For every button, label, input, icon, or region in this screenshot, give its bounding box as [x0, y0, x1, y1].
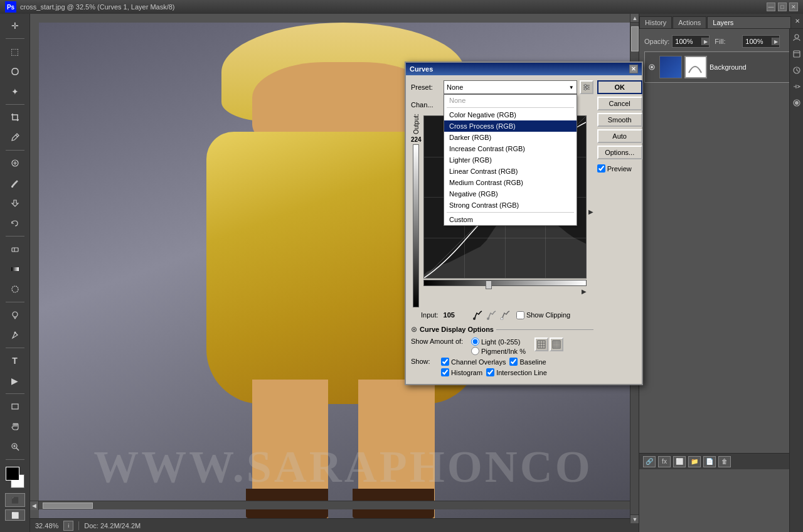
baseline-checkbox[interactable]	[509, 358, 518, 366]
clone-stamp-tool[interactable]	[3, 194, 27, 213]
color-swatches[interactable]	[3, 466, 27, 489]
scroll-left-btn[interactable]: ◀	[30, 501, 39, 510]
opacity-arrow[interactable]: ▶	[701, 38, 709, 45]
curves-close-btn[interactable]: ✕	[629, 65, 638, 73]
fill-input[interactable]: 100% ▶	[742, 35, 780, 48]
right-panel: History Actions Layers ✕ Opacity: 100% ▶…	[639, 14, 803, 532]
panel-close-btn[interactable]: ✕	[792, 15, 803, 26]
dropdown-item-none[interactable]: None	[444, 95, 577, 106]
crop-tool[interactable]	[3, 108, 27, 127]
output-gradient-bar	[413, 144, 419, 307]
auto-button[interactable]: Auto	[597, 129, 642, 143]
svg-point-22	[473, 317, 476, 320]
light-radio[interactable]	[471, 338, 479, 346]
path-select-tool[interactable]: ▶	[3, 371, 27, 390]
intersection-checkbox[interactable]	[486, 368, 494, 376]
maximize-button[interactable]: □	[778, 3, 787, 11]
zoom-tool[interactable]	[3, 437, 27, 456]
tab-actions[interactable]: Actions	[673, 16, 706, 28]
eraser-tool[interactable]	[3, 240, 27, 258]
dropdown-item-color-negative[interactable]: Color Negative (RGB)	[444, 109, 577, 120]
zoom-info-btn[interactable]: i	[63, 521, 73, 531]
show-clipping-checkbox[interactable]	[516, 311, 524, 319]
hand-tool[interactable]	[3, 417, 27, 436]
close-button[interactable]: ✕	[789, 3, 798, 11]
pigment-radio[interactable]	[471, 347, 479, 355]
brush-tool[interactable]	[3, 174, 27, 193]
preset-select[interactable]: None ▼	[444, 80, 577, 94]
move-tool[interactable]: ✛	[3, 16, 27, 35]
cancel-button[interactable]: Cancel	[597, 97, 642, 110]
add-style-btn[interactable]: fx	[658, 456, 671, 467]
history-brush-tool[interactable]	[3, 214, 27, 233]
white-point-eyedropper[interactable]	[500, 309, 511, 321]
output-label: Output:	[413, 115, 420, 134]
add-mask-btn[interactable]: ⬜	[673, 456, 686, 467]
rectangle-tool[interactable]	[3, 397, 27, 416]
horizontal-scrollbar[interactable]: ◀ ▶	[30, 501, 652, 509]
dropdown-item-lighter[interactable]: Lighter (RGB)	[444, 154, 577, 166]
lasso-tool[interactable]	[3, 62, 27, 81]
dropdown-item-strong-contrast[interactable]: Strong Contrast (RGB)	[444, 200, 577, 211]
new-group-btn[interactable]: 📁	[688, 456, 701, 467]
baseline-cb-row: Baseline	[509, 358, 546, 366]
minimize-button[interactable]: —	[767, 3, 775, 11]
grid-view-4x4-btn[interactable]	[534, 338, 548, 351]
side-icon-2[interactable]	[792, 48, 801, 62]
dropdown-item-increase-contrast[interactable]: Increase Contrast (RGB)	[444, 143, 577, 154]
scroll-down-btn[interactable]: ▼	[630, 514, 639, 523]
side-icon-1[interactable]	[792, 31, 801, 46]
eyedropper-tool[interactable]	[3, 128, 27, 147]
quick-mask-button[interactable]: ⬛	[5, 493, 25, 507]
tab-history[interactable]: History	[639, 16, 672, 28]
intersection-cb-row: Intersection Line	[486, 368, 547, 376]
screen-mode-button[interactable]: ⬜	[5, 509, 25, 521]
v-scrollbar-thumb[interactable]	[631, 26, 639, 51]
dropdown-item-cross-process[interactable]: Cross Process (RGB)	[444, 120, 577, 132]
opacity-input[interactable]: 100% ▶	[672, 35, 710, 48]
layer-background[interactable]: Background	[644, 51, 798, 83]
dropdown-item-negative[interactable]: Negative (RGB)	[444, 188, 577, 200]
black-point-eyedropper[interactable]	[472, 309, 484, 321]
ok-button[interactable]: OK	[597, 80, 642, 94]
side-icon-4[interactable]	[792, 80, 801, 95]
histogram-checkbox[interactable]	[441, 368, 449, 376]
fill-arrow[interactable]: ▶	[772, 38, 779, 45]
input-slider-container[interactable]	[423, 280, 587, 287]
spot-healing-tool[interactable]	[3, 154, 27, 173]
layer-visibility-icon[interactable]	[647, 62, 657, 72]
svg-point-12	[795, 35, 799, 38]
pen-tool[interactable]	[3, 326, 27, 344]
tab-layers[interactable]: Layers	[707, 16, 791, 28]
blur-tool[interactable]	[3, 280, 27, 299]
dropdown-item-darker[interactable]: Darker (RGB)	[444, 132, 577, 143]
svg-rect-2	[12, 248, 18, 252]
new-layer-btn[interactable]: 📄	[703, 456, 716, 467]
foreground-color-swatch[interactable]	[6, 467, 19, 481]
dodge-tool[interactable]	[3, 306, 27, 324]
input-slider-handle[interactable]	[486, 280, 492, 289]
grid-view-10x10-btn[interactable]	[550, 338, 563, 351]
type-tool[interactable]: T	[3, 351, 27, 370]
pigment-label: Pigment/Ink %	[481, 348, 526, 355]
preview-checkbox[interactable]	[597, 164, 605, 173]
side-icon-3[interactable]	[792, 64, 801, 78]
h-scrollbar-thumb[interactable]	[43, 503, 93, 509]
curve-display-toggle[interactable]: ⊛	[411, 325, 417, 334]
svg-rect-13	[794, 51, 800, 57]
options-button[interactable]: Options...	[597, 146, 642, 159]
channel-overlays-checkbox[interactable]	[441, 358, 449, 366]
scroll-up-btn[interactable]: ▲	[630, 14, 639, 23]
delete-layer-btn[interactable]: 🗑	[718, 456, 731, 467]
gray-point-eyedropper[interactable]	[486, 309, 497, 321]
dropdown-item-custom[interactable]: Custom	[444, 214, 577, 225]
marquee-tool[interactable]: ⬚	[3, 42, 27, 61]
dropdown-item-linear-contrast[interactable]: Linear Contrast (RGB)	[444, 166, 577, 177]
magic-wand-tool[interactable]: ✦	[3, 82, 27, 101]
dropdown-item-medium-contrast[interactable]: Medium Contrast (RGB)	[444, 177, 577, 188]
preset-settings-btn[interactable]	[580, 80, 593, 94]
link-layers-btn[interactable]: 🔗	[643, 456, 656, 467]
smooth-button[interactable]: Smooth	[597, 113, 642, 127]
side-icon-5[interactable]	[792, 97, 801, 111]
gradient-tool[interactable]	[3, 260, 27, 279]
